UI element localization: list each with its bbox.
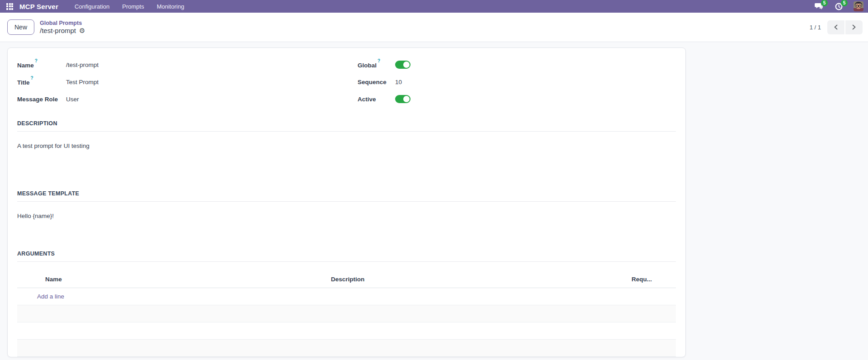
field-global: Global?: [358, 56, 676, 73]
sequence-input[interactable]: 10: [395, 79, 402, 85]
field-title: Title? Test Prompt: [17, 73, 358, 90]
breadcrumb: Global Prompts /test-prompt ⚙: [40, 20, 85, 35]
description-input[interactable]: A test prompt for UI testing: [17, 142, 676, 178]
message-role-label: Message Role: [17, 96, 66, 103]
title-help-icon[interactable]: ?: [31, 76, 33, 81]
name-help-icon[interactable]: ?: [35, 58, 38, 63]
menu-prompts[interactable]: Prompts: [117, 1, 149, 12]
field-column-right: Global? Sequence 10 Active: [358, 56, 676, 108]
add-line-row: Add a line: [17, 288, 676, 305]
apps-grid-icon[interactable]: [6, 3, 13, 10]
sequence-label: Sequence: [358, 79, 395, 85]
arguments-table-header: Name Description Requ...: [17, 271, 676, 288]
user-avatar[interactable]: [854, 1, 863, 11]
activities-button[interactable]: 5: [834, 2, 844, 11]
activities-badge: 5: [841, 0, 848, 6]
title-label: Title?: [17, 78, 66, 86]
pager-next-button[interactable]: [845, 20, 863, 34]
gear-icon[interactable]: ⚙: [79, 27, 85, 34]
add-a-line-link[interactable]: Add a line: [37, 293, 676, 300]
messages-button[interactable]: 5: [814, 2, 824, 11]
empty-row: [17, 322, 676, 340]
pager: 1 / 1: [810, 20, 863, 34]
breadcrumb-global-prompts[interactable]: Global Prompts: [40, 20, 85, 26]
menu-configuration[interactable]: Configuration: [69, 1, 115, 12]
active-label: Active: [358, 96, 395, 103]
main-menu: Configuration Prompts Monitoring: [69, 1, 189, 12]
new-button[interactable]: New: [7, 19, 34, 35]
field-message-role: Message Role User: [17, 90, 358, 108]
chevron-right-icon: [852, 24, 856, 30]
global-toggle[interactable]: [395, 61, 410, 69]
field-active: Active: [358, 90, 676, 108]
message-template-input[interactable]: Hello {name}!: [17, 213, 676, 248]
chevron-left-icon: [834, 24, 838, 30]
message-role-select[interactable]: User: [66, 96, 79, 103]
section-message-template-title: MESSAGE TEMPLATE: [17, 190, 676, 202]
menu-monitoring[interactable]: Monitoring: [151, 1, 190, 12]
global-help-icon[interactable]: ?: [377, 58, 380, 63]
form-sheet: Name? /test-prompt Title? Test Prompt Me…: [7, 47, 686, 357]
app-title[interactable]: MCP Server: [19, 3, 58, 10]
field-group: Name? /test-prompt Title? Test Prompt Me…: [17, 56, 676, 108]
section-description-title: DESCRIPTION: [17, 120, 676, 132]
column-header-description[interactable]: Description: [331, 276, 632, 283]
empty-row: [17, 340, 676, 357]
name-label: Name?: [17, 61, 66, 69]
field-name: Name? /test-prompt: [17, 56, 358, 73]
control-panel: New Global Prompts /test-prompt ⚙ 1 / 1: [0, 13, 868, 42]
top-navbar: MCP Server Configuration Prompts Monitor…: [0, 0, 868, 13]
global-label: Global?: [358, 61, 395, 69]
active-toggle[interactable]: [395, 95, 410, 103]
name-input[interactable]: /test-prompt: [66, 62, 99, 68]
empty-row: [17, 305, 676, 322]
column-header-required[interactable]: Requ...: [632, 276, 676, 283]
messages-badge: 5: [821, 0, 828, 6]
navbar-systray: 5 5: [814, 1, 863, 11]
field-sequence: Sequence 10: [358, 73, 676, 90]
breadcrumb-current-record: /test-prompt: [40, 27, 76, 34]
title-input[interactable]: Test Prompt: [66, 79, 99, 85]
section-arguments-title: ARGUMENTS: [17, 251, 676, 262]
pager-previous-button[interactable]: [827, 20, 844, 34]
column-header-name[interactable]: Name: [37, 276, 331, 283]
field-column-left: Name? /test-prompt Title? Test Prompt Me…: [17, 56, 358, 108]
arguments-table: Name Description Requ... Add a line: [17, 271, 676, 357]
pager-counter: 1 / 1: [810, 24, 821, 31]
